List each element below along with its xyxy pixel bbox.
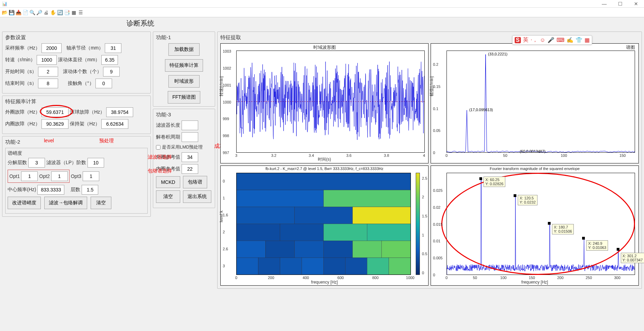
- svg-rect-20: [302, 258, 324, 275]
- improved-kurt-button[interactable]: 改进谱峭度: [8, 197, 41, 209]
- centerf-input[interactable]: [37, 185, 64, 195]
- clear-button-f3[interactable]: 清空: [156, 190, 180, 203]
- folder-open-icon[interactable]: 📂: [1, 9, 8, 16]
- datatip[interactable]: X: 180.7Y: 0.01506: [552, 224, 574, 234]
- ime-mic-icon[interactable]: 🎤: [548, 37, 554, 43]
- roll-fault-label: 滚球故障（Hz）: [70, 109, 105, 115]
- data-cursor-icon[interactable]: 📑: [64, 9, 70, 16]
- clear-button-f2[interactable]: 清空: [91, 197, 111, 209]
- fft-button[interactable]: FFT频谱图: [168, 91, 200, 104]
- window-icon: 📊: [2, 1, 7, 6]
- grid-icon[interactable]: ▦: [71, 9, 77, 16]
- kurt-title: fb-kurt.2 - K_max=2.7 @ level 1.5, Bw= 3…: [221, 167, 428, 171]
- ime-skin-icon[interactable]: 👕: [576, 37, 582, 43]
- roll-count-label: 滚动体个数（个）: [63, 69, 102, 75]
- filtlen-label: 滤波器长度: [156, 122, 180, 128]
- inner-ref-input[interactable]: [182, 164, 198, 174]
- minimize-button[interactable]: —: [596, 1, 612, 7]
- time-waveform-button[interactable]: 时域波形: [168, 75, 200, 88]
- filtlen-input[interactable]: [182, 120, 198, 130]
- opt2-input[interactable]: [51, 171, 68, 181]
- mckd-button[interactable]: MCKD: [156, 176, 180, 188]
- svg-rect-7: [237, 224, 280, 241]
- ime-emoji-icon[interactable]: ☺: [540, 37, 545, 43]
- envelope-button[interactable]: 包络谱: [183, 176, 207, 188]
- contact-angle-input[interactable]: [95, 79, 112, 88]
- svg-rect-6: [352, 207, 411, 224]
- sample-rate-input[interactable]: [42, 43, 62, 53]
- kurtogram-plot[interactable]: fb-kurt.2 - K_max=2.7 @ level 1.5, Bw= 3…: [220, 166, 429, 286]
- datatip[interactable]: X: 301.2Y: 0.007347: [621, 253, 644, 263]
- datatip[interactable]: X: 120.5Y: 0.0232: [518, 195, 537, 205]
- feature-extract-panel: 特征提取 成功提取！！！ 时域波形图 转速(r/min) 时间(s) 33.23…: [217, 32, 642, 289]
- end-time-input[interactable]: [38, 79, 58, 88]
- roll-fault-value[interactable]: [106, 107, 133, 117]
- deconv-input[interactable]: [182, 132, 198, 142]
- time-waveform-plot[interactable]: 时域波形图 转速(r/min) 时间(s) 33.23.43.63.849979…: [220, 43, 429, 163]
- ime-keyboard-icon[interactable]: ⌨: [556, 37, 564, 43]
- lpord-label: 滤波器（LP）阶数: [46, 160, 86, 166]
- datatip[interactable]: X: 240.9Y: 0.01063: [586, 240, 608, 251]
- func2-panel: 功能-2 level 预处理 谱峭度 分解层数 滤波器（LP）阶数 Opt1 O…: [2, 136, 151, 217]
- save-as-icon[interactable]: 📄: [22, 9, 28, 16]
- svg-rect-11: [237, 241, 266, 258]
- import-icon[interactable]: 📥: [15, 9, 21, 16]
- opt3-input[interactable]: [83, 171, 99, 181]
- func3-title: 功能-3: [156, 111, 212, 118]
- lmd-checkbox[interactable]: [156, 145, 160, 150]
- filter-envelope-button[interactable]: 滤波→包络解调: [44, 197, 87, 209]
- save-icon[interactable]: 💾: [8, 9, 15, 16]
- spectrum-plot[interactable]: 谱图 幅值(r/min) (33,0.2221)(17,0.095613)(60…: [431, 43, 639, 163]
- load-data-button[interactable]: 加载数据: [168, 43, 200, 56]
- inner-fault-value[interactable]: [42, 119, 68, 129]
- svg-rect-1: [237, 173, 411, 190]
- maximize-button[interactable]: ☐: [612, 1, 628, 7]
- cage-value[interactable]: [101, 119, 128, 129]
- svg-rect-10: [367, 224, 411, 241]
- centerf-label: 中心频率(Hz): [8, 187, 36, 193]
- decomp-label: 分解层数: [8, 160, 27, 166]
- svg-rect-3: [324, 190, 411, 207]
- ime-toolbar[interactable]: S 英 ·， ☺ 🎤 ⌨ ✍ 👕 ▦: [512, 35, 592, 45]
- ime-lang-label[interactable]: 英: [523, 36, 528, 44]
- charfreq-title: 特征频率计算: [5, 98, 148, 105]
- envelope-plot[interactable]: Fourier transform magnitude of the squar…: [431, 166, 639, 286]
- func1-title: 功能-1: [156, 34, 212, 41]
- env-title: Fourier transform magnitude of the squar…: [431, 167, 638, 171]
- ime-menu-icon[interactable]: ▦: [585, 37, 590, 43]
- exit-button[interactable]: 退出系统: [183, 190, 211, 203]
- outer-ref-input[interactable]: [182, 152, 198, 162]
- ime-punct-icon[interactable]: ·，: [531, 36, 537, 44]
- opt-group-box: Opt1 Opt2: [8, 170, 70, 183]
- roll-count-input[interactable]: [103, 67, 120, 77]
- func3-panel: 功能-3 滤波器长度 解卷积周期 是否采用LMD预处理 外圈参考值 内圈参考值: [153, 109, 215, 208]
- print-icon[interactable]: 🖨: [43, 9, 49, 16]
- start-time-input[interactable]: [38, 67, 58, 77]
- ime-handwrite-icon[interactable]: ✍: [567, 37, 573, 43]
- speed-input[interactable]: [37, 55, 57, 65]
- start-time-label: 开始时间（s）: [5, 69, 37, 75]
- zoom-out-icon[interactable]: 🔎: [36, 9, 42, 16]
- deconv-label: 解卷积周期: [156, 134, 180, 140]
- opt2-label: Opt2: [39, 173, 49, 179]
- hand-icon[interactable]: ✋: [50, 9, 56, 16]
- layers-input[interactable]: [82, 185, 98, 195]
- svg-rect-18: [258, 258, 280, 275]
- outer-fault-value[interactable]: [42, 107, 68, 117]
- close-button[interactable]: ✕: [628, 1, 644, 7]
- lpord-input[interactable]: [88, 158, 104, 168]
- calc-charfreq-button[interactable]: 特征频率计算: [165, 59, 203, 72]
- title-bar: 📊 — ☐ ✕: [0, 0, 644, 8]
- end-time-label: 结束时间（s）: [5, 80, 37, 87]
- roll-dia-input[interactable]: [101, 55, 118, 65]
- pitch-dia-input[interactable]: [105, 43, 121, 53]
- colorbar-icon[interactable]: ☰: [77, 9, 84, 16]
- opt1-input[interactable]: [21, 171, 38, 181]
- decomp-input[interactable]: [28, 158, 45, 168]
- opt1-label: Opt1: [9, 173, 20, 179]
- datatip[interactable]: X: 60.25Y: 0.02826: [484, 177, 505, 187]
- svg-rect-23: [367, 258, 389, 275]
- zoom-in-icon[interactable]: 🔍: [29, 9, 35, 16]
- rotate-icon[interactable]: 🔄: [57, 9, 63, 16]
- func1-panel: 功能-1 加载数据 特征频率计算 时域波形 FFT频谱图: [153, 32, 215, 107]
